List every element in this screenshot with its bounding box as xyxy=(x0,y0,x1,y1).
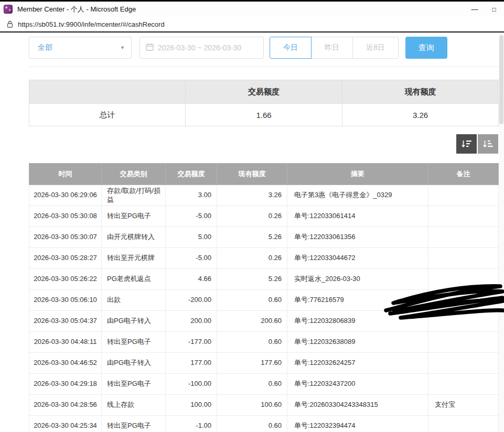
cell-type: 出款 xyxy=(102,290,166,311)
cell-remark xyxy=(428,311,499,332)
cell-amount: 4.66 xyxy=(166,269,217,290)
header-amount: 交易额度 xyxy=(166,164,217,185)
cell-summary: 单号:122033061414 xyxy=(287,206,428,227)
cell-balance: 0.60 xyxy=(217,374,287,395)
cell-summary: 单号:122032806839 xyxy=(287,311,428,332)
calendar-icon xyxy=(146,43,154,53)
cell-summary: 单号:776216579 xyxy=(287,290,428,311)
minimize-button[interactable]: — xyxy=(465,2,484,17)
cell-balance: 5.26 xyxy=(217,269,287,290)
cell-remark xyxy=(428,248,499,269)
date-range-input[interactable]: 2026-03-30 ~ 2026-03-30 xyxy=(140,37,264,59)
cell-remark xyxy=(428,185,499,206)
cell-type: 转出至PG电子 xyxy=(102,374,166,395)
cell-type: 转出至PG电子 xyxy=(102,332,166,353)
header-type: 交易类别 xyxy=(102,164,166,185)
table-row: 2026-03-30 05:06:10 出款 -200.00 0.60 单号:7… xyxy=(29,290,499,311)
cell-time: 2026-03-30 04:48:11 xyxy=(29,332,102,353)
cell-summary: 单号:122033061356 xyxy=(287,227,428,248)
cell-remark: 支付宝 xyxy=(428,395,499,416)
cell-summary: 单号:122032638089 xyxy=(287,332,428,353)
cell-remark xyxy=(428,374,499,395)
sort-descending-button[interactable] xyxy=(456,134,477,154)
cell-balance: 0.26 xyxy=(217,206,287,227)
sort-ascending-icon xyxy=(482,139,494,148)
category-select-value: 全部 xyxy=(38,43,52,52)
page-content: 全部 ▼ 2026-03-30 ~ 2026-03-30 今日 昨日 近8日 xyxy=(0,34,504,432)
cell-time: 2026-03-30 04:46:52 xyxy=(29,353,102,374)
header-balance: 现有额度 xyxy=(217,164,287,185)
summary-table: 交易额度 现有额度 总计 1.66 3.26 xyxy=(29,80,499,126)
cell-balance: 0.60 xyxy=(217,290,287,311)
cell-amount: -177.00 xyxy=(166,332,217,353)
cell-type: 由PG电子转入 xyxy=(102,311,166,332)
cell-summary: 单号:122032624257 xyxy=(287,353,428,374)
header-summary: 摘要 xyxy=(287,164,428,185)
cell-summary: 实时返水_2026-03-30 xyxy=(287,269,428,290)
chevron-down-icon: ▼ xyxy=(120,45,125,50)
sort-descending-icon xyxy=(461,139,472,148)
cell-time: 2026-03-30 05:04:37 xyxy=(29,311,102,332)
summary-total-row: 总计 1.66 3.26 xyxy=(29,104,499,126)
summary-header-empty xyxy=(29,80,186,104)
table-row: 2026-03-30 04:46:52 由PG电子转入 177.00 177.6… xyxy=(29,353,499,374)
window-titlebar: Member Center - 个人 - Microsoft Edge — □ xyxy=(0,0,504,17)
cell-balance: 3.26 xyxy=(217,185,287,206)
date-range-value: 2026-03-30 ~ 2026-03-30 xyxy=(158,44,241,52)
cell-amount: -100.00 xyxy=(166,374,217,395)
address-bar[interactable]: https://sb051.tv:9900/infe/mcenter/#/cas… xyxy=(0,17,504,33)
cell-type: 存款/取款/打码/损益 xyxy=(102,185,166,206)
summary-total-label: 总计 xyxy=(29,104,186,126)
cell-remark xyxy=(428,353,499,374)
cell-type: 转出至PG电子 xyxy=(102,416,166,432)
cell-time: 2026-03-30 05:30:07 xyxy=(29,227,102,248)
yesterday-button[interactable]: 昨日 xyxy=(311,37,353,59)
quick-range-group: 今日 昨日 近8日 xyxy=(270,37,399,59)
maximize-button[interactable]: □ xyxy=(485,2,503,17)
cell-time: 2026-03-30 06:29:06 xyxy=(29,185,102,206)
table-row: 2026-03-30 05:26:22 PG老虎机返点 4.66 5.26 实时… xyxy=(29,269,499,290)
cell-amount: -200.00 xyxy=(166,290,217,311)
cell-balance: 177.60 xyxy=(217,353,287,374)
search-button[interactable]: 查询 xyxy=(405,37,447,59)
cell-type: 线上存款 xyxy=(102,395,166,416)
url-text[interactable]: https://sb051.tv:9900/infe/mcenter/#/cas… xyxy=(18,20,165,28)
table-row: 2026-03-30 05:04:37 由PG电子转入 200.00 200.6… xyxy=(29,311,499,332)
cell-amount: 3.00 xyxy=(166,185,217,206)
today-button[interactable]: 今日 xyxy=(270,37,312,59)
table-row: 2026-03-30 05:28:27 转出至开元棋牌 -5.00 0.26 单… xyxy=(29,248,499,269)
scrollbar[interactable] xyxy=(499,34,504,432)
table-row: 2026-03-30 04:29:18 转出至PG电子 -100.00 0.60… xyxy=(29,374,499,395)
category-select[interactable]: 全部 ▼ xyxy=(29,37,132,59)
site-security-icon[interactable] xyxy=(6,20,14,28)
cell-remark xyxy=(428,269,499,290)
transactions-table: 时间 交易类别 交易额度 现有额度 摘要 备注 2026-03-30 06:29… xyxy=(29,163,499,432)
last-8-days-button[interactable]: 近8日 xyxy=(352,37,399,59)
header-remark: 备注 xyxy=(428,164,499,185)
filter-bar: 全部 ▼ 2026-03-30 ~ 2026-03-30 今日 昨日 近8日 xyxy=(29,37,498,67)
cell-time: 2026-03-30 05:30:08 xyxy=(29,206,102,227)
cell-time: 2026-03-30 04:25:34 xyxy=(29,416,102,432)
cell-balance: 0.26 xyxy=(217,248,287,269)
summary-total-amount: 1.66 xyxy=(186,104,342,126)
cell-time: 2026-03-30 04:29:18 xyxy=(29,374,102,395)
cell-amount: 5.00 xyxy=(166,227,217,248)
cell-type: 由PG电子转入 xyxy=(102,353,166,374)
cell-balance: 200.60 xyxy=(217,311,287,332)
cell-summary: 单号:122032394474 xyxy=(287,416,428,432)
cell-time: 2026-03-30 05:06:10 xyxy=(29,290,102,311)
cell-time: 2026-03-30 04:28:56 xyxy=(29,395,102,416)
cell-time: 2026-03-30 05:28:27 xyxy=(29,248,102,269)
summary-header-amount: 交易额度 xyxy=(186,80,342,104)
scrollbar-thumb[interactable] xyxy=(499,35,503,124)
summary-total-balance: 3.26 xyxy=(342,104,499,126)
cell-remark xyxy=(428,416,499,432)
sort-ascending-button[interactable] xyxy=(478,134,498,154)
cell-amount: -1.00 xyxy=(166,416,217,432)
cell-remark xyxy=(428,332,499,353)
cell-summary: 单号:122032437200 xyxy=(287,374,428,395)
cell-balance: 0.60 xyxy=(217,416,287,432)
cell-summary: 单号:202603304243348315 xyxy=(287,395,428,416)
cell-remark xyxy=(428,227,499,248)
table-row: 2026-03-30 04:48:11 转出至PG电子 -177.00 0.60… xyxy=(29,332,499,353)
